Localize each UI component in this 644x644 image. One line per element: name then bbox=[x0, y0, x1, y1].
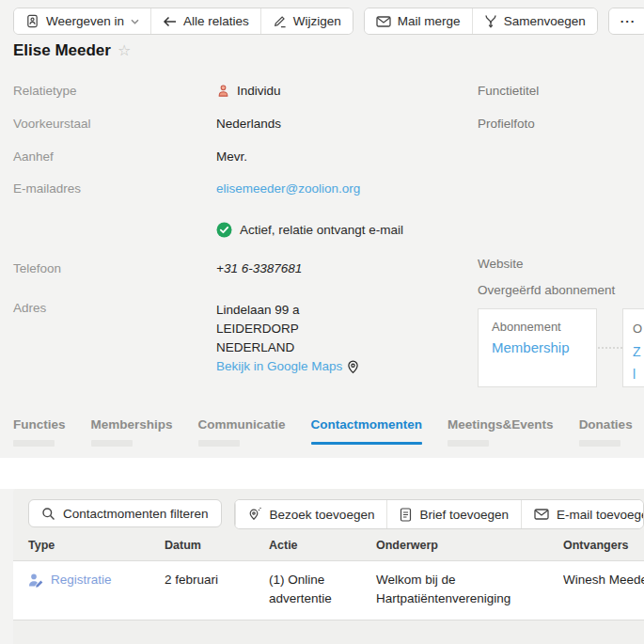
search-icon bbox=[41, 507, 55, 521]
edit-label: Wijzigen bbox=[293, 14, 341, 28]
cell-onderwerp: Welkom bij de Hartpatiëntenvereniging bbox=[376, 571, 563, 608]
merge-label: Samenvoegen bbox=[504, 14, 586, 28]
tab-meetings-events[interactable]: Meetings&Events bbox=[448, 417, 554, 447]
field-label-inherited-subscription: Overgeërfd abonnement bbox=[478, 283, 615, 297]
cell-ontvangers: Winesh Meeder bbox=[563, 571, 644, 589]
col-header-datum: Datum bbox=[165, 539, 269, 552]
address-line-1: Lindelaan 99 a bbox=[216, 301, 359, 320]
document-icon bbox=[400, 508, 412, 522]
all-relations-label: Alle relaties bbox=[183, 14, 249, 28]
all-relations-button[interactable]: Alle relaties bbox=[150, 8, 260, 34]
table-row[interactable]: Registratie 2 februari (1) Online advert… bbox=[13, 561, 644, 620]
add-letter-button[interactable]: Brief toevoegen bbox=[386, 500, 521, 528]
email-link[interactable]: elisemeeder@zoolion.org bbox=[216, 181, 360, 196]
clipped-card-line-2: l bbox=[633, 363, 644, 385]
cell-type: Registratie bbox=[28, 571, 165, 589]
table-header-row: Type Datum Actie Onderwerp Ontvangers bbox=[13, 530, 644, 561]
tab-donaties[interactable]: Donaties bbox=[579, 417, 633, 447]
subscription-card-link[interactable]: Membership bbox=[492, 339, 583, 355]
field-label: Voorkeurstaal bbox=[13, 117, 216, 131]
filter-contactmoments-button[interactable]: Contactmomenten filteren bbox=[28, 499, 222, 527]
toolbar-group-primary: Weergeven in Alle relaties Wijzigen bbox=[13, 8, 353, 35]
field-label: Adres bbox=[13, 301, 216, 315]
contact-card-icon bbox=[25, 14, 39, 28]
field-label: Relatietype bbox=[13, 84, 216, 98]
col-header-ontvangers: Ontvangers bbox=[563, 539, 644, 552]
email-status-text: Actief, relatie ontvangt e-mail bbox=[240, 223, 403, 237]
cell-datum: 2 februari bbox=[165, 571, 269, 589]
tab-loading-bar bbox=[198, 440, 240, 447]
field-aanhef: Aanhef Mevr. bbox=[13, 149, 247, 164]
merge-icon bbox=[484, 14, 497, 28]
person-icon bbox=[216, 84, 230, 98]
google-maps-link[interactable]: Bekijk in Google Maps bbox=[216, 357, 342, 376]
subscription-card[interactable]: Abonnement Membership bbox=[478, 308, 597, 387]
tab-loading-bar bbox=[579, 440, 620, 447]
edit-button[interactable]: Wijzigen bbox=[260, 8, 353, 34]
tab-contactmomenten[interactable]: Contactmomenten bbox=[311, 417, 423, 447]
tab-functies[interactable]: Functies bbox=[13, 417, 66, 447]
panel-toolbar: Contactmomenten filteren Bezoek toevoege… bbox=[13, 489, 644, 529]
toolbar: Weergeven in Alle relaties Wijzigen bbox=[13, 8, 644, 35]
envelope-icon bbox=[534, 509, 549, 520]
email-status: Actief, relatie ontvangt e-mail bbox=[216, 222, 403, 238]
add-letter-label: Brief toevoegen bbox=[419, 508, 509, 522]
field-telefoon: Telefoon +31 6-3387681 bbox=[13, 261, 302, 275]
merge-button[interactable]: Samenvoegen bbox=[472, 8, 597, 34]
clipped-card-label: O bbox=[633, 318, 644, 340]
view-in-label: Weergeven in bbox=[46, 14, 124, 28]
contact-name: Elise Meeder bbox=[13, 41, 111, 60]
envelope-icon bbox=[376, 16, 391, 27]
subscription-card-clipped[interactable]: O Z l bbox=[622, 308, 644, 387]
mail-merge-label: Mail merge bbox=[398, 14, 461, 28]
field-value: Nederlands bbox=[216, 117, 281, 131]
field-label: Telefoon bbox=[13, 261, 216, 275]
col-header-onderwerp: Onderwerp bbox=[376, 539, 563, 552]
section-divider bbox=[0, 458, 644, 489]
address-line-3: NEDERLAND bbox=[216, 338, 359, 357]
toolbar-group-more: ··· bbox=[608, 8, 644, 35]
field-value: Individu bbox=[216, 84, 281, 98]
mail-merge-button[interactable]: Mail merge bbox=[365, 8, 472, 34]
tab-bar: Functies Memberships Communicatie Contac… bbox=[13, 417, 644, 447]
phone-value: +31 6-3387681 bbox=[216, 261, 302, 275]
field-adres: Adres Lindelaan 99 a LEIDERDORP NEDERLAN… bbox=[13, 301, 359, 376]
tab-memberships[interactable]: Memberships bbox=[91, 417, 173, 447]
page-title: Elise Meeder ☆ bbox=[13, 41, 131, 60]
card-connector-line bbox=[598, 347, 622, 349]
field-label-functietitel: Functietitel bbox=[478, 84, 539, 98]
add-email-button[interactable]: E-mail toevoegen bbox=[521, 500, 644, 528]
tab-loading-bar bbox=[13, 440, 55, 447]
field-label-website: Website bbox=[478, 257, 524, 271]
view-in-button[interactable]: Weergeven in bbox=[14, 8, 150, 34]
more-button[interactable]: ··· bbox=[609, 8, 644, 34]
tab-loading-bar bbox=[91, 440, 133, 447]
field-relatietype: Relatietype Individu bbox=[13, 84, 281, 98]
add-actions-group: Bezoek toevoegen Brief toevoegen E-ma bbox=[234, 499, 644, 529]
add-email-label: E-mail toevoegen bbox=[557, 508, 644, 522]
cell-actie: (1) Online advertentie bbox=[269, 571, 376, 608]
col-header-type: Type bbox=[28, 539, 165, 552]
crm-contact-page: { "toolbar": { "view_in": "Weergeven in"… bbox=[0, 0, 644, 644]
field-label: Aanhef bbox=[13, 149, 216, 164]
field-label: E-mailadres bbox=[13, 181, 216, 196]
pencil-icon bbox=[273, 14, 287, 28]
field-voorkeurstaal: Voorkeurstaal Nederlands bbox=[13, 117, 281, 131]
filter-button-label: Contactmomenten filteren bbox=[63, 507, 209, 521]
favorite-star-icon[interactable]: ☆ bbox=[118, 43, 131, 58]
visit-pin-icon bbox=[248, 507, 262, 522]
map-pin-icon bbox=[347, 360, 359, 374]
tab-communicatie[interactable]: Communicatie bbox=[198, 417, 286, 447]
field-email: E-mailadres elisemeeder@zoolion.org bbox=[13, 181, 360, 196]
add-visit-button[interactable]: Bezoek toevoegen bbox=[235, 500, 387, 528]
subscription-card-label: Abonnement bbox=[492, 320, 583, 334]
registration-person-pencil-icon bbox=[28, 573, 45, 588]
col-header-actie: Actie bbox=[269, 539, 376, 552]
address-line-2: LEIDERDORP bbox=[216, 320, 359, 338]
add-visit-label: Bezoek toevoegen bbox=[270, 508, 375, 522]
registration-link[interactable]: Registratie bbox=[51, 571, 112, 589]
relatietype-value: Individu bbox=[237, 84, 281, 98]
field-label-profielfoto: Profielfoto bbox=[478, 117, 535, 131]
check-circle-icon bbox=[216, 222, 232, 238]
field-value: Mevr. bbox=[216, 149, 247, 164]
